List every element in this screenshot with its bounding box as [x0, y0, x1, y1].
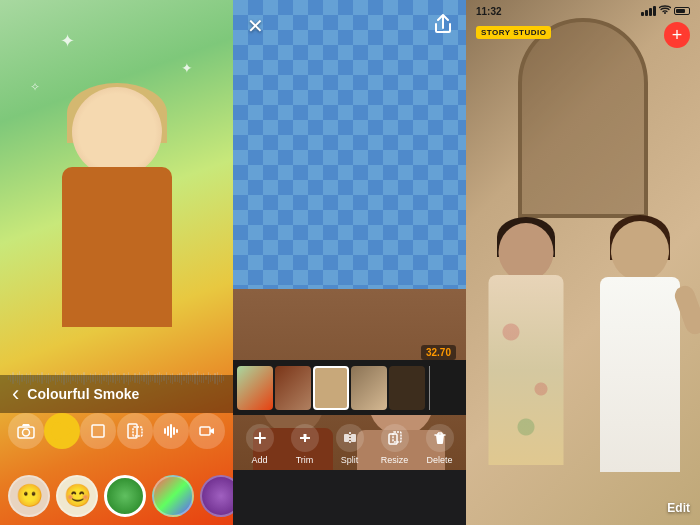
filter-name-bar: ‹ Colourful Smoke [0, 375, 233, 413]
split-button[interactable]: Split [336, 424, 364, 465]
head-shape [72, 87, 162, 177]
filter-thumb-rainbow[interactable] [152, 475, 194, 517]
resize-video-button[interactable]: Resize [381, 424, 409, 465]
right-person-1 [476, 215, 576, 495]
filter-thumb-smile[interactable]: 😊 [56, 475, 98, 517]
close-button-middle[interactable]: ✕ [247, 14, 264, 38]
add-clip-button[interactable]: Add [246, 424, 274, 465]
back-button[interactable]: ‹ [12, 381, 19, 407]
svg-rect-10 [200, 427, 210, 435]
right-person-2 [585, 215, 695, 495]
svg-rect-5 [164, 428, 166, 434]
door-arch-shape [518, 18, 648, 218]
edit-button-right[interactable]: Edit [667, 501, 690, 515]
story-studio-badge: STORY STUDIO [476, 26, 551, 39]
camera-flip-button[interactable] [8, 413, 44, 449]
status-bar-right: 11:32 [466, 0, 700, 22]
delete-label: Delete [426, 455, 452, 465]
audio-button[interactable] [153, 413, 189, 449]
share-button-middle[interactable] [434, 14, 452, 39]
rp2-head [611, 221, 669, 281]
trim-icon [291, 424, 319, 452]
status-icons [641, 5, 690, 17]
resize-button[interactable] [117, 413, 153, 449]
trim-button[interactable]: Trim [291, 424, 319, 465]
filter-action-toolbar [0, 413, 233, 449]
wifi-icon [659, 5, 671, 17]
timeline-thumb-3[interactable] [351, 366, 387, 410]
split-icon [336, 424, 364, 452]
split-label: Split [341, 455, 359, 465]
svg-rect-7 [170, 424, 172, 438]
signal-icon [641, 6, 656, 16]
playhead-marker [429, 366, 430, 410]
middle-panel: ✕ 32.70 Add [233, 0, 466, 525]
battery-icon [674, 7, 690, 15]
extra-options-button[interactable] [189, 413, 225, 449]
resize-video-icon [381, 424, 409, 452]
rp1-body [489, 275, 564, 465]
rp2-body [600, 277, 680, 472]
filter-thumb-purple[interactable] [200, 475, 233, 517]
filter-thumb-face[interactable]: 😶 [8, 475, 50, 517]
timeline-thumb-4[interactable] [389, 366, 425, 410]
trim-label: Trim [296, 455, 314, 465]
pacman-icon-button[interactable] [44, 413, 80, 449]
timer-badge: 32.70 [421, 345, 456, 360]
bottom-bar-middle [233, 470, 466, 525]
add-label: Add [251, 455, 267, 465]
filter-name-label: Colourful Smoke [27, 386, 139, 402]
timeline-thumb-1[interactable] [237, 366, 273, 410]
resize-video-label: Resize [381, 455, 409, 465]
right-panel: 11:32 [466, 0, 700, 525]
left-panel: ✦ ✦ ✧ [0, 0, 233, 525]
video-edit-toolbar: Add Trim Split [233, 424, 466, 465]
sparkle-decoration-2: ✦ [181, 60, 193, 76]
door-arch-decoration [518, 18, 648, 218]
add-icon [246, 424, 274, 452]
body-shape [62, 167, 172, 327]
svg-rect-8 [173, 427, 175, 435]
floral-overlay [489, 275, 564, 465]
delete-clip-button[interactable]: Delete [426, 424, 454, 465]
pacman-shape [51, 420, 73, 442]
svg-rect-15 [344, 434, 349, 442]
filter-thumbnail-row: 😶 😊 [0, 475, 233, 517]
sparkle-decoration-1: ✦ [60, 30, 75, 52]
subjects-middle [233, 60, 466, 360]
status-time: 11:32 [476, 6, 502, 17]
svg-rect-16 [351, 434, 356, 442]
filter-thumb-green-active[interactable] [104, 475, 146, 517]
svg-point-1 [23, 429, 30, 436]
timeline-strip[interactable] [233, 360, 466, 415]
svg-rect-2 [92, 425, 104, 437]
crop-square-button[interactable] [80, 413, 116, 449]
rp1-head [499, 223, 554, 281]
timeline-thumb-2[interactable] [275, 366, 311, 410]
timeline-thumb-active[interactable] [313, 366, 349, 410]
svg-marker-14 [303, 434, 307, 438]
svg-rect-6 [167, 426, 169, 436]
delete-icon [426, 424, 454, 452]
new-story-plus-button[interactable]: + [664, 22, 690, 48]
subject-photo-left [20, 77, 213, 417]
svg-rect-9 [176, 429, 178, 433]
